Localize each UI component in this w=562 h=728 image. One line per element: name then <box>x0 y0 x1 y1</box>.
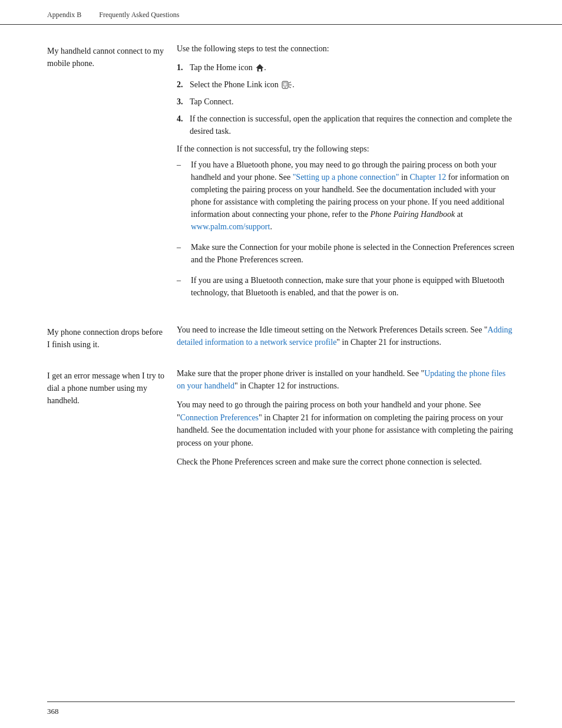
page: Appendix B Frequently Asked Questions My… <box>0 0 562 728</box>
book-title: Phone Pairing Handbook <box>370 210 455 219</box>
link-connection-preferences[interactable]: Connection Preferences <box>180 413 259 422</box>
svg-line-5 <box>289 82 291 83</box>
section-2-label: My phone connection drops before I finis… <box>47 324 177 351</box>
link-palm-support[interactable]: www.palm.com/support <box>191 222 270 231</box>
step-1: 1. Tap the Home icon . <box>177 61 515 74</box>
section-3-label: I get an error message when I try to dia… <box>47 367 177 407</box>
section-3-row: I get an error message when I try to dia… <box>47 367 515 469</box>
section-3-para-3: Check the Phone Preferences screen and m… <box>177 456 515 469</box>
section-1-intro: Use the following steps to test the conn… <box>177 42 515 55</box>
svg-point-4 <box>285 87 286 88</box>
svg-line-7 <box>289 87 291 88</box>
steps-list: 1. Tap the Home icon . 2. <box>177 61 515 137</box>
bullet-1: – If you have a Bluetooth phone, you may… <box>177 159 515 233</box>
section-3-para-2: You may need to go through the pairing p… <box>177 398 515 450</box>
section-1-content: Use the following steps to test the conn… <box>177 42 515 307</box>
bullet-2: – Make sure the Connection for your mobi… <box>177 241 515 266</box>
link-setting-up-phone[interactable]: "Setting up a phone connection" <box>293 173 399 182</box>
header-chapter-title: Frequently Asked Questions <box>99 11 179 19</box>
section-3-para-1: Make sure that the proper phone driver i… <box>177 367 515 393</box>
header-appendix: Appendix B <box>47 11 81 19</box>
svg-rect-1 <box>259 69 261 71</box>
step-4: 4. If the connection is successful, open… <box>177 113 515 137</box>
home-icon <box>256 64 264 72</box>
not-successful-intro: If the connection is not successful, try… <box>177 144 515 154</box>
section-2-content: You need to increase the Idle timeout se… <box>177 324 515 349</box>
link-updating-phone-files[interactable]: Updating the phone files on your handhel… <box>177 369 505 391</box>
section-2-row: My phone connection drops before I finis… <box>47 324 515 351</box>
page-footer: 368 <box>47 701 515 716</box>
step-3: 3. Tap Connect. <box>177 95 515 108</box>
link-adding-detailed[interactable]: Adding detailed information to a network… <box>177 325 513 347</box>
section-3-content: Make sure that the proper phone driver i… <box>177 367 515 469</box>
main-content: My handheld cannot connect to my mobile … <box>0 25 562 521</box>
section-2-para: You need to increase the Idle timeout se… <box>177 324 515 349</box>
page-number: 368 <box>47 707 59 716</box>
svg-rect-3 <box>283 83 287 86</box>
bullet-3: – If you are using a Bluetooth connectio… <box>177 274 515 299</box>
page-header: Appendix B Frequently Asked Questions <box>0 0 562 25</box>
section-1-row: My handheld cannot connect to my mobile … <box>47 42 515 307</box>
bullet-list: – If you have a Bluetooth phone, you may… <box>177 159 515 299</box>
link-chapter-12-bluetooth[interactable]: Chapter 12 <box>409 173 446 182</box>
step-2: 2. Select the Phone Link icon <box>177 78 515 91</box>
section-1-label: My handheld cannot connect to my mobile … <box>47 42 177 70</box>
phone-link-icon <box>282 81 292 89</box>
